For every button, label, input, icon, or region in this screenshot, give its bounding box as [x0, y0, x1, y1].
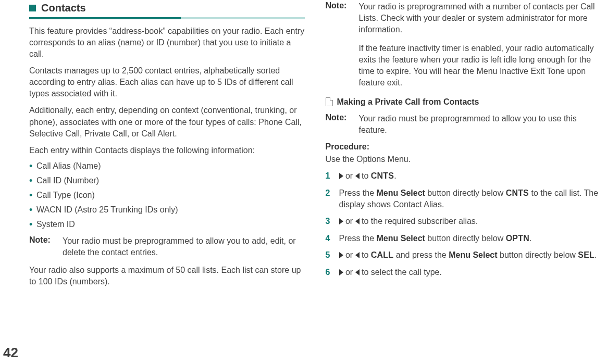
display-text: CALL [371, 250, 393, 259]
step-text: or [343, 217, 355, 225]
display-text: OPTN [506, 234, 529, 243]
list-item: Call Alias (Name) [29, 161, 305, 171]
page-number: 42 [3, 345, 18, 361]
step-text: to select the call type. [360, 268, 442, 277]
note-label: Note: [326, 113, 353, 136]
svg-marker-5 [355, 252, 360, 258]
step-item: or to the required subscriber alias. [326, 216, 601, 228]
heading-rule [29, 17, 305, 19]
step-text: . [594, 250, 597, 259]
nav-left-icon [355, 171, 360, 182]
section-heading-row: Contacts [29, 2, 305, 14]
svg-marker-1 [355, 173, 360, 179]
section-title: Contacts [41, 2, 86, 14]
step-text: and press the [393, 250, 449, 259]
note-body: Your radio is preprogrammed with a numbe… [359, 1, 601, 89]
svg-marker-6 [339, 269, 343, 275]
list-item: System ID [29, 220, 305, 229]
step-text: to [360, 171, 371, 180]
step-text: Press the [339, 189, 377, 197]
step-text: or [343, 268, 355, 277]
nav-left-icon [355, 216, 360, 228]
paragraph: Your radio also supports a maximum of 50… [29, 265, 305, 287]
paragraph: Contacts manages up to 2,500 contact ent… [29, 65, 305, 99]
step-item: or to CNTS. [326, 170, 601, 182]
step-text: button directly below [425, 189, 506, 197]
step-item: or to select the call type. [326, 267, 601, 279]
note-paragraph: If the feature inactivity timer is enabl… [359, 43, 601, 89]
left-column: Contacts This feature provides “address-… [29, 1, 305, 359]
step-text: . [529, 234, 531, 243]
step-item: Press the Menu Select button directly be… [326, 187, 601, 210]
list-item: Call Type (Icon) [29, 191, 305, 200]
procedure-description: Use the Options Menu. [326, 154, 601, 165]
step-text: . [394, 171, 396, 180]
step-text: to [360, 250, 371, 259]
step-text: to the required subscriber alias. [360, 217, 478, 225]
heading-bullet-icon [29, 5, 36, 11]
procedure-steps: or to CNTS. Press the Menu Select button… [326, 170, 601, 279]
step-item: or to CALL and press the Menu Select but… [326, 249, 601, 261]
note-label: Note: [29, 235, 56, 258]
procedure-icon [326, 97, 333, 106]
list-item: Call ID (Number) [29, 176, 305, 185]
step-text: button directly below [498, 250, 578, 259]
svg-marker-3 [355, 218, 360, 224]
note-label: Note: [326, 1, 353, 89]
subheading-row: Making a Private Call from Contacts [326, 97, 601, 107]
procedure-label: Procedure: [326, 142, 601, 152]
step-text: Press the [339, 234, 377, 243]
nav-left-icon [355, 250, 360, 261]
button-name: Menu Select [377, 234, 425, 243]
note-body: Your radio must be preprogrammed to allo… [359, 113, 601, 136]
display-text: SEL [578, 250, 594, 259]
content-columns: Contacts This feature provides “address-… [29, 1, 601, 359]
step-text: button directly below [425, 234, 506, 243]
paragraph: This feature provides “address-book” cap… [29, 26, 305, 60]
nav-left-icon [355, 267, 360, 279]
nav-right-icon [339, 171, 343, 182]
svg-marker-7 [355, 269, 360, 275]
note-block: Note: Your radio must be preprogrammed t… [29, 235, 305, 258]
button-name: Menu Select [377, 189, 425, 197]
svg-marker-0 [339, 173, 343, 179]
note-block: Note: Your radio must be preprogrammed t… [326, 113, 601, 136]
page-container: Advanced Features 42 Contacts This featu… [0, 0, 607, 364]
list-item: WACN ID (Astro 25 Trunking IDs only) [29, 205, 305, 215]
step-item: Press the Menu Select button directly be… [326, 233, 601, 244]
note-block: Note: Your radio is preprogrammed with a… [326, 1, 601, 89]
nav-right-icon [339, 267, 343, 279]
step-text: or [343, 171, 355, 180]
step-text: or [343, 250, 355, 259]
note-paragraph: Your radio is preprogrammed with a numbe… [359, 1, 601, 35]
paragraph: Additionally, each entry, depending on c… [29, 105, 305, 139]
nav-right-icon [339, 216, 343, 228]
paragraph: Each entry within Contacts displays the … [29, 145, 305, 156]
side-rail: Advanced Features 42 [1, 7, 22, 361]
right-column: Note: Your radio is preprogrammed with a… [326, 1, 601, 359]
side-chapter-label: Advanced Features [0, 234, 1, 340]
display-text: CNTS [506, 189, 529, 197]
info-bullet-list: Call Alias (Name) Call ID (Number) Call … [29, 161, 305, 229]
subheading-text: Making a Private Call from Contacts [337, 97, 479, 107]
display-text: CNTS [371, 171, 394, 180]
nav-right-icon [339, 250, 343, 261]
note-body: Your radio must be preprogrammed to allo… [63, 235, 305, 258]
svg-marker-4 [339, 252, 343, 258]
svg-marker-2 [339, 218, 343, 224]
button-name: Menu Select [449, 250, 497, 259]
